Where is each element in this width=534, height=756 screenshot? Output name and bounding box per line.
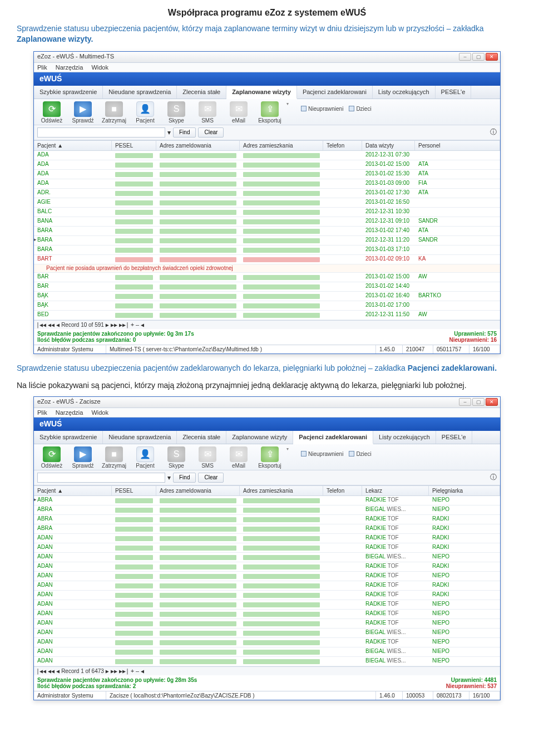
col-adres-zamieszkania[interactable]: Adres zamieszkania: [240, 486, 323, 495]
filter-input[interactable]: [37, 473, 165, 483]
tab-listy[interactable]: Listy oczekujących: [373, 431, 436, 444]
pager-next[interactable]: ▶: [106, 322, 109, 328]
table-row[interactable]: AGIE2013-01-02 16:50: [34, 198, 500, 208]
clear-button[interactable]: Clear: [198, 473, 224, 483]
col-personel[interactable]: Personel: [415, 141, 500, 150]
menu-plik[interactable]: Plik: [37, 409, 47, 416]
tab-zaplanowane[interactable]: Zaplanowane wizyty: [226, 86, 297, 99]
close-button[interactable]: ✕: [486, 398, 498, 406]
table-row[interactable]: ADANBIEGAL WIES...NIEPO: [34, 629, 500, 638]
menu-narzedzia[interactable]: Narzędzia: [56, 64, 83, 71]
tab-szybkie[interactable]: Szybkie sprawdzenie: [34, 431, 103, 444]
col-data-wizyty[interactable]: Data wizyty: [362, 141, 415, 150]
tool-refresh[interactable]: ⟳Odśwież: [37, 101, 66, 124]
col-adres-meldowania[interactable]: Adres zameldowania: [156, 141, 240, 150]
table-row[interactable]: BALC2012-12-31 10:30: [34, 208, 500, 217]
tool-email[interactable]: ✉eMail: [224, 101, 253, 124]
check-dzieci[interactable]: Dzieci: [349, 451, 371, 457]
menu-narzedzia[interactable]: Narzędzia: [56, 409, 83, 416]
pager-next-page[interactable]: ▶▶: [111, 668, 117, 674]
tool-patient[interactable]: 👤Pacjent: [131, 446, 160, 469]
minimize-button[interactable]: –: [459, 398, 471, 406]
pager-last[interactable]: ▶▶|: [119, 322, 129, 328]
col-adres-zamieszkania[interactable]: Adres zamieszkania: [240, 141, 323, 150]
tool-export[interactable]: ⇪Eksportuj: [255, 446, 284, 469]
filter-dropdown-icon[interactable]: ▾: [167, 474, 171, 482]
tab-nieudane[interactable]: Nieudane sprawdzenia: [103, 431, 177, 444]
tool-refresh[interactable]: ⟳Odśwież: [37, 446, 66, 469]
export-dropdown-icon[interactable]: ▾: [286, 446, 293, 451]
menu-plik[interactable]: Plik: [37, 64, 47, 71]
pager-next-page[interactable]: ▶▶: [111, 322, 117, 328]
pager-edit[interactable]: ◀: [141, 322, 144, 328]
maximize-button[interactable]: ▢: [472, 53, 484, 61]
pager-prev-page[interactable]: ◀◀: [48, 668, 55, 674]
table-row[interactable]: BARA2012-12-31 11:20SANDR: [34, 236, 500, 246]
table-row[interactable]: ADA2012-12-31 07:30: [34, 151, 500, 160]
tool-email[interactable]: ✉eMail: [224, 446, 253, 469]
table-row[interactable]: BĄK2013-01-02 17:00: [34, 301, 500, 311]
pager-add[interactable]: +: [131, 322, 134, 328]
table-row[interactable]: ABRARADKIE TOFRADKI: [34, 515, 500, 524]
table-row[interactable]: ADANRADKIE TOFNIEPO: [34, 619, 500, 629]
pager-del[interactable]: –: [136, 668, 139, 674]
table-row[interactable]: ADANRADKIE TOFNIEPO: [34, 572, 500, 581]
col-telefon[interactable]: Telefon: [323, 486, 362, 495]
table-row[interactable]: ADANBIEGAL WIES...NIEPO: [34, 647, 500, 657]
table-row[interactable]: ADANRADKIE TOFRADKI: [34, 581, 500, 591]
table-row[interactable]: BAR2013-01-02 15:00AW: [34, 273, 500, 282]
table-row[interactable]: ADANRADKIE TOFRADKI: [34, 534, 500, 543]
table-row[interactable]: BARA2013-01-03 17:10: [34, 246, 500, 255]
table-row[interactable]: ABRABIEGAL WIES...NIEPO: [34, 505, 500, 515]
col-pacjent[interactable]: Pacjent ▲: [34, 141, 112, 150]
table-row[interactable]: ADANBIEGAL WIES...NIEPO: [34, 553, 500, 562]
col-pesel[interactable]: PESEL: [112, 141, 156, 150]
menu-widok[interactable]: Widok: [91, 64, 108, 71]
pager-next[interactable]: ▶: [106, 668, 109, 674]
tab-zadeklarowani[interactable]: Pacjenci zadeklarowani: [297, 86, 373, 99]
table-row[interactable]: ADANRADKIE TOFRADKI: [34, 543, 500, 553]
table-row[interactable]: ADR.2013-01-02 17:30ATA: [34, 189, 500, 198]
pager-first[interactable]: |◀◀: [36, 322, 46, 328]
table-row[interactable]: ABRARADKIE TOFNIEPO: [34, 496, 500, 505]
pager-prev-page[interactable]: ◀◀: [48, 322, 55, 328]
table-row[interactable]: ADA2013-01-02 15:30ATA: [34, 170, 500, 179]
tool-sms[interactable]: ✉SMS: [193, 101, 222, 124]
col-pielegniarka[interactable]: Pielęgniarka: [429, 486, 500, 495]
export-dropdown-icon[interactable]: ▾: [286, 101, 293, 106]
table-row[interactable]: ADANRADKIE TOFNIEPO: [34, 600, 500, 610]
tool-stop[interactable]: ■Zatrzymaj: [100, 446, 128, 469]
check-nieuprawnieni[interactable]: Nieuprawnieni: [301, 106, 343, 112]
tab-zaplanowane[interactable]: Zaplanowane wizyty: [226, 431, 293, 444]
table-row[interactable]: BĄK2013-01-02 16:40BARTKO: [34, 292, 500, 301]
tab-zlecenia[interactable]: Zlecenia stałe: [177, 431, 226, 444]
table-row[interactable]: BART2013-01-02 09:10KA: [34, 255, 500, 264]
table-row[interactable]: ADANRADKIE TOFNIEPO: [34, 610, 500, 619]
col-telefon[interactable]: Telefon: [323, 141, 362, 150]
tool-skype[interactable]: SSkype: [162, 101, 191, 124]
col-adres-meldowania[interactable]: Adres zameldowania: [156, 486, 240, 495]
tab-pesel[interactable]: PESEL'e: [436, 431, 472, 444]
find-button[interactable]: Find: [173, 127, 196, 138]
tool-skype[interactable]: SSkype: [162, 446, 191, 469]
pager-edit[interactable]: ◀: [141, 668, 144, 674]
tool-sms[interactable]: ✉SMS: [193, 446, 222, 469]
table-row[interactable]: BED2012-12-31 11:50AW: [34, 311, 500, 320]
table-row[interactable]: ADA2013-01-03 09:00FIA: [34, 179, 500, 189]
tool-check[interactable]: ▶Sprawdź: [68, 101, 97, 124]
tab-listy[interactable]: Listy oczekujących: [373, 86, 436, 99]
tab-pesel[interactable]: PESEL'e: [436, 86, 472, 99]
pager-del[interactable]: –: [136, 322, 139, 328]
tool-patient[interactable]: 👤Pacjent: [131, 101, 160, 124]
pager-add[interactable]: +: [131, 668, 134, 674]
find-button[interactable]: Find: [173, 473, 196, 483]
info-icon[interactable]: ⓘ: [490, 473, 497, 482]
table-row[interactable]: ADANRADKIE TOFRADKI: [34, 562, 500, 572]
tab-nieudane[interactable]: Nieudane sprawdzenia: [103, 86, 177, 99]
table-row[interactable]: BARA2013-01-02 17:40ATA: [34, 227, 500, 236]
check-nieuprawnieni[interactable]: Nieuprawnieni: [301, 451, 343, 457]
table-row[interactable]: ADA2013-01-02 15:00ATA: [34, 160, 500, 170]
tab-szybkie[interactable]: Szybkie sprawdzenie: [34, 86, 103, 99]
tab-zadeklarowani[interactable]: Pacjenci zadeklarowani: [293, 431, 373, 444]
pager-prev[interactable]: ◀: [56, 322, 60, 328]
